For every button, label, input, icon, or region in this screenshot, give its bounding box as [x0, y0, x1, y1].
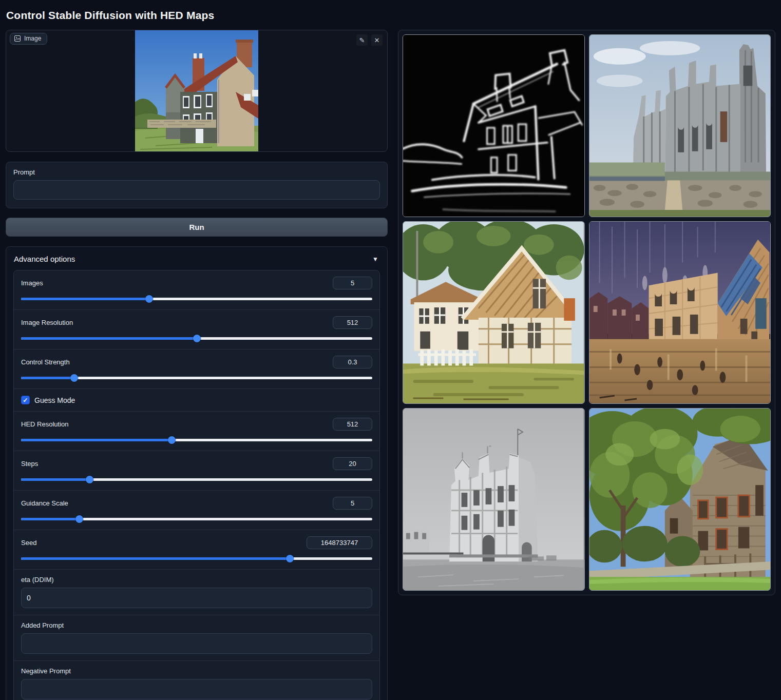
slider-label: Steps	[21, 460, 38, 468]
negative-prompt-input[interactable]	[21, 679, 372, 699]
advanced-form: Images Image Resolution	[13, 270, 380, 700]
input-column: Image ✎ ✕	[6, 30, 388, 700]
image-tab-label: Image	[24, 35, 41, 42]
slider-label: Image Resolution	[21, 319, 73, 326]
slider-thumb[interactable]	[75, 515, 83, 523]
slider-block-image-resolution: Image Resolution	[14, 309, 379, 349]
slider-label: Guidance Scale	[21, 499, 68, 507]
slider-value-input[interactable]	[333, 457, 372, 470]
slider-label: Seed	[21, 539, 36, 547]
slider-track[interactable]	[21, 515, 372, 523]
guess-mode-row: ✓ Guess Mode	[14, 388, 379, 411]
prompt-input[interactable]	[13, 180, 380, 200]
negative-prompt-block: Negative Prompt	[14, 660, 379, 700]
main-layout: Image ✎ ✕	[6, 30, 775, 700]
gallery-item-bw-victorian-building[interactable]	[403, 408, 585, 591]
slider-label: HED Resolution	[21, 420, 69, 428]
image-tab: Image	[10, 33, 47, 45]
chevron-down-icon: ▼	[372, 256, 378, 263]
check-icon: ✓	[23, 397, 28, 404]
uploaded-image[interactable]	[135, 30, 258, 152]
slider-thumb[interactable]	[86, 476, 93, 483]
negative-prompt-label: Negative Prompt	[21, 667, 372, 675]
added-prompt-label: Added Prompt	[21, 621, 372, 629]
accordion-header[interactable]: Advanced options ▼	[13, 247, 380, 270]
prompt-label: Prompt	[13, 168, 380, 176]
gallery-item-hed-edge-map[interactable]	[403, 34, 585, 217]
run-button[interactable]: Run	[6, 218, 388, 237]
image-actions: ✎ ✕	[356, 34, 383, 46]
slider-value-input[interactable]	[333, 316, 372, 329]
slider-track[interactable]	[21, 295, 372, 303]
slider-value-input[interactable]	[333, 418, 372, 431]
slider-track[interactable]	[21, 335, 372, 342]
slider-block-images: Images	[14, 270, 379, 309]
slider-block-seed: Seed	[14, 530, 379, 569]
gallery-item-stone-house-trees[interactable]	[589, 408, 771, 591]
slider-value-input[interactable]	[333, 277, 372, 289]
slider-track[interactable]	[21, 436, 372, 444]
slider-block-hed-resolution: HED Resolution	[14, 411, 379, 451]
page-title: Control Stable Diffusion with HED Maps	[6, 9, 775, 22]
pencil-icon: ✎	[359, 37, 365, 44]
gallery-item-impressionist-building[interactable]	[589, 221, 771, 404]
slider-thumb[interactable]	[286, 555, 294, 562]
slider-thumb[interactable]	[145, 295, 153, 303]
guess-mode-checkbox[interactable]: ✓	[21, 396, 30, 404]
prompt-panel: Prompt	[6, 162, 388, 208]
slider-track[interactable]	[21, 555, 372, 562]
close-icon: ✕	[374, 37, 380, 44]
slider-thumb[interactable]	[193, 335, 201, 342]
added-prompt-input[interactable]	[21, 633, 372, 654]
gallery-item-gothic-cathedral[interactable]	[589, 34, 771, 217]
slider-block-control-strength: Control Strength	[14, 349, 379, 388]
result-gallery	[398, 30, 775, 595]
accordion-title: Advanced options	[14, 255, 75, 263]
gallery-item-country-house-painting[interactable]	[403, 221, 585, 404]
image-upload-panel[interactable]: Image ✎ ✕	[6, 30, 388, 152]
slider-thumb[interactable]	[168, 436, 176, 444]
slider-value-input[interactable]	[333, 356, 372, 368]
advanced-options-accordion: Advanced options ▼ Images	[6, 246, 388, 700]
slider-track[interactable]	[21, 374, 372, 382]
eta-input[interactable]	[21, 588, 372, 608]
slider-block-guidance-scale: Guidance Scale	[14, 490, 379, 530]
image-icon	[14, 35, 21, 42]
slider-value-input[interactable]	[333, 497, 372, 510]
slider-label: Control Strength	[21, 358, 70, 366]
edit-image-button[interactable]: ✎	[356, 34, 368, 46]
guess-mode-label[interactable]: Guess Mode	[34, 396, 75, 404]
eta-block: eta (DDIM)	[14, 569, 379, 615]
slider-value-input[interactable]	[307, 536, 372, 549]
slider-block-steps: Steps	[14, 451, 379, 490]
slider-track[interactable]	[21, 476, 372, 483]
slider-thumb[interactable]	[70, 374, 78, 382]
clear-image-button[interactable]: ✕	[371, 34, 383, 46]
slider-label: Images	[21, 279, 43, 287]
eta-label: eta (DDIM)	[21, 576, 372, 584]
added-prompt-block: Added Prompt	[14, 615, 379, 660]
